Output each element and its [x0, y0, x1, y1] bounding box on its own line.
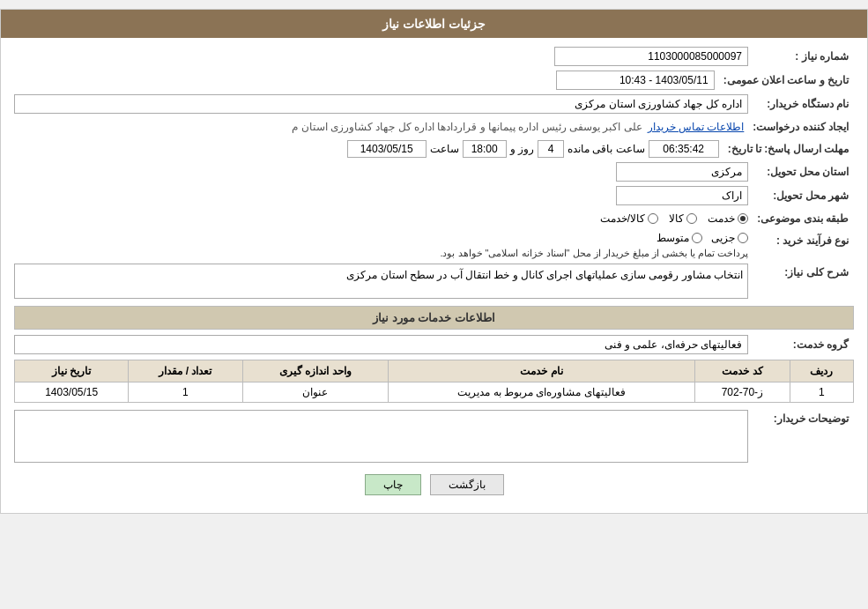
purchase-radio-medium[interactable]: [692, 233, 702, 243]
services-group-label: گروه خدمت:: [748, 336, 854, 353]
category-goods-service-label: کالا/خدمت: [600, 212, 645, 225]
send-time-label: ساعت: [430, 143, 459, 155]
col-header-code: کد خدمت: [694, 360, 790, 382]
col-header-quantity: تعداد / مقدار: [129, 360, 242, 382]
purchase-note: پرداخت تمام یا بخشی از مبلغ خریدار از مح…: [14, 248, 748, 259]
buyer-org-value: اداره کل جهاد کشاورزی استان مرکزی: [14, 94, 748, 114]
category-option-service[interactable]: خدمت: [708, 212, 748, 225]
announcement-value: 1403/05/11 - 10:43: [556, 71, 715, 90]
purchase-option-medium[interactable]: متوسط: [657, 232, 702, 244]
buttons-row: بازگشت چاپ: [14, 474, 854, 495]
purchase-type-label: نوع فرآیند خرید :: [748, 232, 854, 249]
table-row: 1 ز-70-702 فعالیتهای مشاوره‌ای مربوط به …: [15, 382, 854, 403]
category-service-label: خدمت: [708, 212, 735, 225]
send-time-value: 18:00: [463, 140, 507, 158]
col-header-row: ردیف: [790, 360, 853, 382]
services-section-title: اطلاعات خدمات مورد نیاز: [14, 306, 854, 330]
send-days-label: روز و: [510, 143, 534, 155]
category-option-goods-service[interactable]: کالا/خدمت: [600, 212, 658, 225]
services-table: ردیف کد خدمت نام خدمت واحد اندازه گیری ت…: [14, 360, 854, 403]
description-label: شرح کلی نیاز:: [748, 264, 854, 281]
category-radio-goods-service[interactable]: [648, 213, 658, 224]
cell-code: ز-70-702: [694, 382, 790, 403]
col-header-date: تاریخ نیاز: [15, 360, 129, 382]
back-button[interactable]: بازگشت: [430, 474, 504, 495]
need-number-value: 1103000085000097: [554, 47, 748, 66]
category-radio-group: خدمت کالا کالا/خدمت: [14, 212, 748, 225]
page-title: جزئیات اطلاعات نیاز: [382, 17, 486, 31]
creator-value: علی اکبر یوسفی رئیس اداره پیمانها و قرار…: [292, 121, 642, 133]
cell-quantity: 1: [129, 382, 242, 403]
creator-contact-link[interactable]: اطلاعات تماس خریدار: [648, 121, 745, 133]
services-group-value: فعالیتهای حرفه‌ای، علمی و فنی: [14, 335, 748, 354]
page-header: جزئیات اطلاعات نیاز: [1, 10, 867, 38]
cell-row: 1: [790, 382, 853, 403]
category-option-goods[interactable]: کالا: [669, 212, 697, 225]
category-label: طبقه بندی موضوعی:: [748, 210, 854, 227]
description-value: انتخاب مشاور رقومی سازی عملیاتهای اجرای …: [14, 264, 748, 299]
purchase-radio-partial[interactable]: [738, 233, 748, 243]
purchase-medium-label: متوسط: [657, 232, 689, 244]
buyer-notes-textarea[interactable]: [14, 410, 748, 463]
cell-name: فعالیتهای مشاوره‌ای مربوط به مدیریت: [389, 382, 695, 403]
need-number-label: شماره نیاز :: [748, 48, 854, 65]
send-remaining-value: 06:35:42: [649, 140, 719, 158]
print-button[interactable]: چاپ: [365, 474, 421, 495]
buyer-notes-label: توضیحات خریدار:: [748, 410, 854, 427]
city-label: شهر محل تحویل:: [748, 187, 854, 204]
province-value: مرکزی: [616, 162, 748, 182]
category-radio-goods[interactable]: [686, 213, 697, 224]
creator-label: ایجاد کننده درخواست:: [744, 118, 854, 136]
category-radio-service[interactable]: [738, 213, 748, 224]
send-days-value: 4: [538, 140, 564, 158]
category-goods-label: کالا: [669, 212, 684, 225]
col-header-name: نام خدمت: [389, 360, 695, 382]
announcement-label: تاریخ و ساعت اعلان عمومی:: [715, 71, 854, 89]
buyer-org-label: نام دستگاه خریدار:: [748, 95, 854, 113]
purchase-option-partial[interactable]: جزیی: [711, 232, 748, 244]
city-value: اراک: [616, 186, 748, 205]
send-date-label: مهلت ارسال پاسخ: تا تاریخ:: [719, 140, 854, 158]
send-remaining-label: ساعت باقی مانده: [568, 143, 645, 155]
send-date-value: 1403/05/15: [347, 140, 427, 158]
purchase-partial-label: جزیی: [711, 232, 735, 244]
cell-date: 1403/05/15: [15, 382, 129, 403]
province-label: استان محل تحویل:: [748, 163, 854, 181]
cell-unit: عنوان: [242, 382, 389, 403]
col-header-unit: واحد اندازه گیری: [242, 360, 389, 382]
